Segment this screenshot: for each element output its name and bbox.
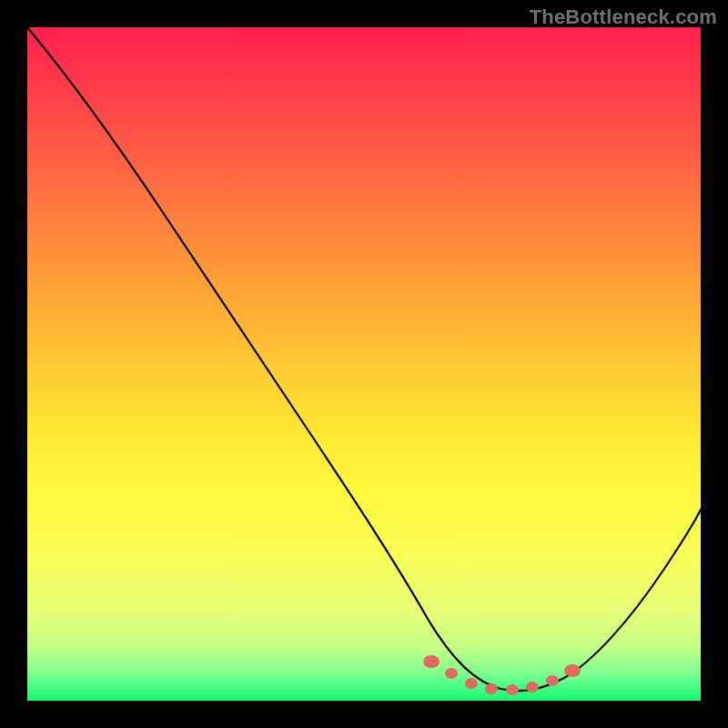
watermark-text: TheBottleneck.com (530, 5, 717, 29)
marker-dot (485, 683, 498, 694)
marker-dot (423, 655, 440, 668)
marker-dot (506, 684, 519, 695)
marker-dot (564, 664, 581, 677)
chart-stage: TheBottleneck.com (0, 0, 728, 728)
bottleneck-curve (27, 27, 701, 691)
marker-dot (465, 678, 478, 689)
marker-dot (445, 668, 458, 679)
curve-layer (27, 27, 701, 701)
plot-area (27, 27, 701, 701)
marker-dot (526, 682, 539, 693)
marker-dot (546, 675, 559, 686)
